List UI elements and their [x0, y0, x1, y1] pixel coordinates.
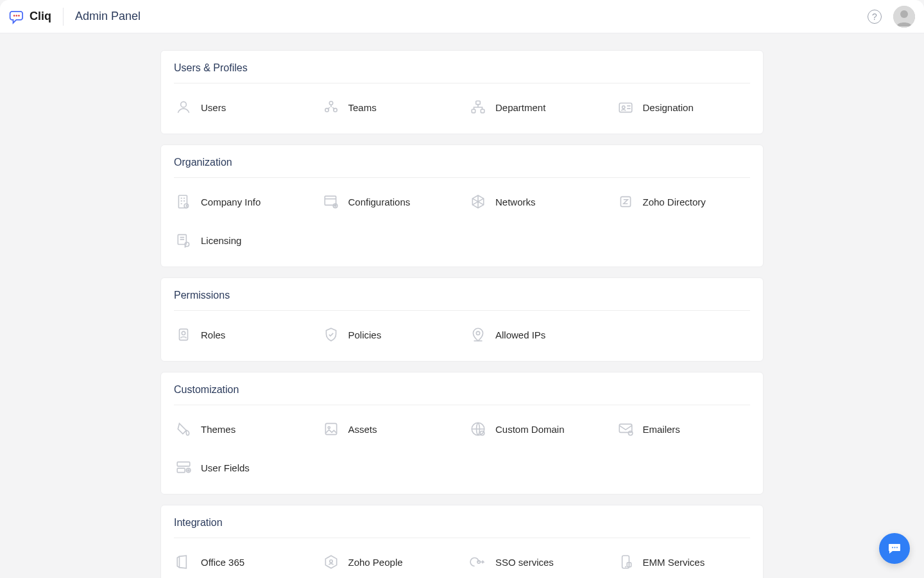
- svg-point-4: [900, 10, 908, 18]
- help-button[interactable]: ?: [868, 10, 882, 24]
- tile-emm-services[interactable]: EMM Services: [610, 545, 757, 578]
- section-title: Integration: [174, 505, 750, 538]
- svg-point-13: [622, 106, 624, 109]
- section-integration: Integration Office 365: [160, 505, 764, 578]
- tile-label: Roles: [201, 329, 225, 340]
- tile-label: Custom Domain: [495, 424, 565, 435]
- company-info-icon: [175, 193, 192, 210]
- section-title: Users & Profiles: [174, 51, 750, 83]
- tile-assets[interactable]: Assets: [315, 412, 463, 446]
- tile-zoho-people[interactable]: Zoho People: [315, 545, 463, 578]
- emm-services-icon: [617, 554, 634, 570]
- svg-rect-24: [325, 423, 336, 434]
- tile-label: Zoho Directory: [643, 197, 706, 207]
- user-icon: [175, 99, 192, 116]
- tile-networks[interactable]: Networks: [462, 184, 610, 219]
- avatar-icon: [893, 6, 915, 28]
- tile-label: Assets: [348, 424, 377, 435]
- roles-icon: [175, 326, 192, 343]
- tile-themes[interactable]: Themes: [167, 412, 315, 446]
- tile-label: User Fields: [201, 462, 250, 473]
- user-fields-icon: [175, 459, 192, 476]
- header: Cliq Admin Panel ?: [0, 0, 924, 33]
- tile-users[interactable]: Users: [167, 90, 315, 125]
- tile-label: Allowed IPs: [495, 329, 545, 340]
- tile-label: Licensing: [201, 235, 241, 246]
- assets-icon: [323, 421, 339, 437]
- svg-point-0: [13, 15, 15, 17]
- question-icon: ?: [872, 12, 877, 22]
- svg-point-2: [18, 15, 20, 17]
- licensing-icon: [175, 232, 192, 249]
- section-title: Organization: [174, 145, 750, 178]
- chat-button[interactable]: [879, 533, 910, 564]
- tile-label: EMM Services: [643, 557, 705, 568]
- tile-roles[interactable]: Roles: [167, 317, 315, 352]
- tile-label: SSO services: [495, 557, 554, 568]
- tile-label: Company Info: [201, 197, 261, 207]
- page-title: Admin Panel: [64, 10, 141, 23]
- svg-point-33: [329, 560, 332, 563]
- tile-label: Designation: [643, 102, 694, 113]
- svg-point-29: [628, 431, 633, 435]
- tile-policies[interactable]: Policies: [315, 317, 463, 352]
- svg-rect-14: [178, 195, 187, 208]
- section-users-profiles: Users & Profiles Users: [160, 50, 764, 134]
- department-icon: [470, 99, 486, 116]
- svg-point-22: [182, 331, 185, 335]
- networks-icon: [470, 193, 486, 210]
- svg-point-39: [896, 547, 898, 548]
- sso-services-icon: [470, 554, 486, 570]
- tile-label: Office 365: [201, 557, 244, 568]
- tile-label: Emailers: [643, 424, 680, 435]
- tile-configurations[interactable]: Configurations: [315, 184, 463, 219]
- section-title: Customization: [174, 372, 750, 405]
- svg-rect-9: [476, 101, 481, 104]
- svg-point-37: [892, 547, 893, 548]
- tile-sso-services[interactable]: SSO services: [462, 545, 610, 578]
- policies-icon: [323, 326, 339, 343]
- tile-company-info[interactable]: Company Info: [167, 184, 315, 219]
- svg-rect-11: [481, 109, 484, 112]
- section-title: Permissions: [174, 278, 750, 311]
- zoho-people-icon: [323, 554, 339, 570]
- emailers-icon: [617, 421, 634, 437]
- svg-rect-10: [472, 109, 475, 112]
- tile-label: Policies: [348, 329, 382, 340]
- svg-rect-12: [619, 103, 632, 112]
- tile-teams[interactable]: Teams: [315, 90, 463, 125]
- themes-icon: [175, 421, 192, 437]
- tile-label: Department: [495, 102, 545, 113]
- tile-emailers[interactable]: Emailers: [610, 412, 757, 446]
- brand-logo[interactable]: Cliq: [9, 8, 64, 26]
- tile-department[interactable]: Department: [462, 90, 610, 125]
- section-customization: Customization Themes: [160, 372, 764, 495]
- tile-label: Networks: [495, 197, 536, 207]
- tile-designation[interactable]: Designation: [610, 90, 757, 125]
- section-organization: Organization Company Info: [160, 144, 764, 267]
- svg-point-23: [476, 331, 479, 335]
- tile-zoho-directory[interactable]: Zoho Directory: [610, 184, 757, 219]
- avatar[interactable]: [893, 6, 915, 28]
- svg-point-1: [15, 15, 17, 17]
- svg-point-25: [328, 426, 330, 428]
- svg-point-5: [181, 101, 187, 107]
- svg-rect-31: [177, 468, 185, 473]
- tile-licensing[interactable]: Licensing: [167, 223, 315, 258]
- cliq-logo-icon: [9, 8, 26, 25]
- content-scroll[interactable]: Users & Profiles Users: [0, 33, 924, 578]
- tile-label: Themes: [201, 424, 235, 435]
- svg-point-38: [894, 547, 896, 548]
- chat-icon: [887, 541, 902, 556]
- tile-allowed-ips[interactable]: Allowed IPs: [462, 317, 610, 352]
- svg-point-6: [329, 101, 332, 105]
- allowed-ips-icon: [470, 326, 486, 343]
- tile-custom-domain[interactable]: Custom Domain: [462, 412, 610, 446]
- tile-label: Users: [201, 102, 226, 113]
- section-permissions: Permissions Roles P: [160, 277, 764, 362]
- tile-user-fields[interactable]: User Fields: [167, 450, 315, 485]
- tile-office-365[interactable]: Office 365: [167, 545, 315, 578]
- tile-label: Configurations: [348, 197, 411, 207]
- designation-icon: [617, 99, 634, 116]
- brand-name: Cliq: [30, 10, 51, 23]
